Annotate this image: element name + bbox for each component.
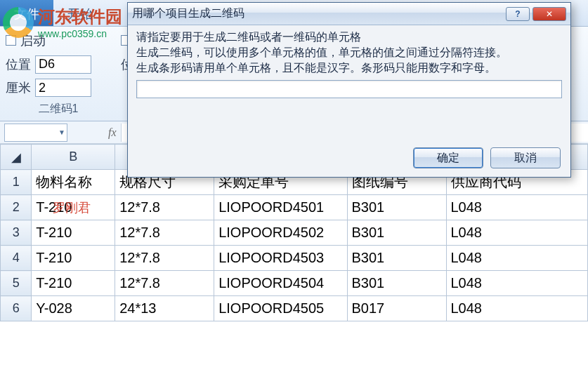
cell[interactable]: 12*7.8 [115,195,214,220]
site-watermark: 河东软件园 www.pc0359.cn [3,6,122,39]
row-header[interactable]: 4 [1,246,32,271]
dialog-qr-source: 用哪个项目生成二维码 ? ✕ 请指定要用于生成二维码或者一维码的单元格 生成二维… [127,2,571,178]
fx-icon[interactable]: fx [108,126,117,139]
row-header[interactable]: 6 [1,296,32,321]
cm-input-1[interactable] [35,79,91,97]
dialog-range-input[interactable] [136,80,562,98]
cell[interactable]: Y-028 [32,296,115,321]
dialog-text-3: 生成条形码请用单个单元格，且不能是汉字。条形码只能用数字和字母。 [136,60,562,76]
cell[interactable]: 物料名称 [32,170,115,195]
row-header[interactable]: 3 [1,220,32,246]
ok-button[interactable]: 确定 [413,147,483,168]
cell[interactable]: B301 [347,271,446,296]
cell[interactable]: 12*7.8 [115,271,214,296]
dialog-text-2: 生成二维码，可以使用多个单元格的值，单元格的值之间通过分隔符连接。 [136,45,562,60]
watermark-url: www.pc0359.cn [38,28,107,39]
cell[interactable]: T-210 罗刚君 [32,195,115,220]
cell[interactable]: L048 [446,296,588,321]
name-box[interactable]: ▼ [4,124,67,142]
table-row: 2 T-210 罗刚君 12*7.8 LIOPOORD4501 B301 L04… [1,195,588,220]
cell[interactable]: B301 [347,195,446,220]
group-name-1: 二维码1 [6,102,111,117]
row-header[interactable]: 1 [1,170,32,195]
help-button[interactable]: ? [506,7,530,21]
close-button[interactable]: ✕ [533,7,566,21]
cell[interactable]: 12*7.8 [115,220,214,246]
position-input-1[interactable] [35,55,91,74]
row-header[interactable]: 2 [1,195,32,220]
site-logo-icon [3,7,34,38]
cell[interactable]: 24*13 [115,296,214,321]
cell[interactable]: B301 [347,246,446,271]
cell[interactable]: LIOPOORD4503 [214,246,347,271]
select-all-corner[interactable]: ◢ [1,145,32,170]
table-row: 4 T-210 12*7.8 LIOPOORD4503 B301 L048 [1,246,588,271]
cell[interactable]: L048 [446,195,588,220]
cell[interactable]: T-210 [32,246,115,271]
row-header[interactable]: 5 [1,271,32,296]
chevron-down-icon[interactable]: ▼ [58,128,65,136]
cell[interactable]: 12*7.8 [115,246,214,271]
position-label-1: 位置 [6,56,31,73]
dialog-titlebar[interactable]: 用哪个项目生成二维码 ? ✕ [128,3,570,25]
table-row: 6 Y-028 24*13 LIOPOORD4505 B017 L048 [1,296,588,321]
watermark-cn: 河东软件园 [38,8,122,26]
dialog-title: 用哪个项目生成二维码 [132,6,503,21]
cell[interactable]: LIOPOORD4501 [214,195,347,220]
cancel-button[interactable]: 取消 [490,147,561,168]
cell[interactable]: LIOPOORD4504 [214,271,347,296]
col-header-B[interactable]: B [32,145,115,170]
cell[interactable]: LIOPOORD4505 [214,296,347,321]
cell[interactable]: L048 [446,271,588,296]
dialog-text-1: 请指定要用于生成二维码或者一维码的单元格 [136,29,562,45]
cell[interactable]: LIOPOORD4502 [214,220,347,246]
ribbon-group-qr1: 启动 位置 厘米 二维码1 [6,31,111,117]
cell[interactable]: L048 [446,246,588,271]
dialog-body: 请指定要用于生成二维码或者一维码的单元格 生成二维码，可以使用多个单元格的值，单… [128,25,570,102]
cell[interactable]: T-210 [32,271,115,296]
cm-label-1: 厘米 [6,79,31,96]
cell[interactable]: B301 [347,220,446,246]
cell[interactable]: B017 [347,296,446,321]
cell[interactable]: T-210 [32,220,115,246]
cell[interactable]: L048 [446,220,588,246]
table-row: 3 T-210 12*7.8 LIOPOORD4502 B301 L048 [1,220,588,246]
table-row: 5 T-210 12*7.8 LIOPOORD4504 B301 L048 [1,271,588,296]
cell-watermark: 罗刚君 [53,199,91,216]
